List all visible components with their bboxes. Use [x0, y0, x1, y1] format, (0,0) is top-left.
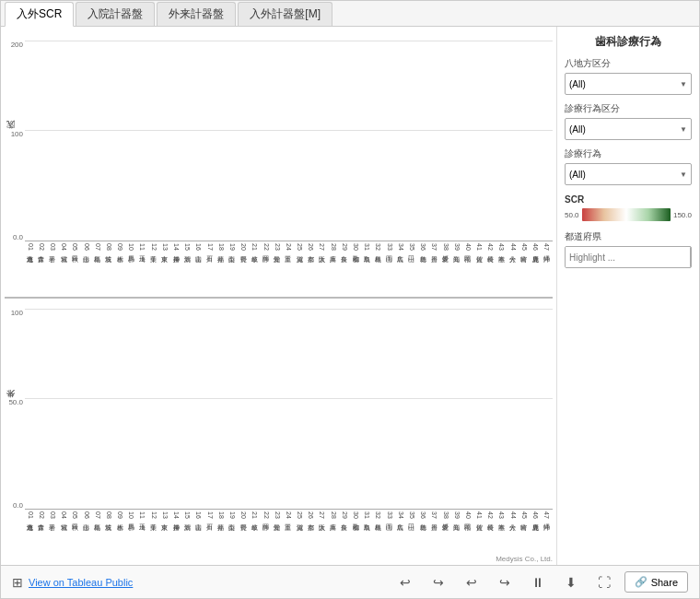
tab-tab1[interactable]: 入外SCR: [5, 2, 74, 27]
share-button[interactable]: 🔗 Share: [624, 571, 688, 593]
top-x-label-15: 16富山: [193, 243, 204, 297]
tab-tab4[interactable]: 入外計器盤[M]: [238, 2, 332, 26]
bottom-x-label-12: 13東京: [159, 511, 170, 565]
top-x-label-10: 11埼玉: [137, 243, 148, 297]
filter-select-2[interactable]: (All) ▼: [565, 118, 692, 140]
top-x-label-11: 12千葉: [148, 243, 159, 297]
bottom-chart-bars: [25, 300, 553, 510]
chart-area: 入院 200 100 0.0 01北海道02青森03岩手04宮城05秋田06山形…: [1, 27, 556, 565]
top-x-label-25: 26京都: [306, 243, 317, 297]
bottom-x-label-5: 06山形: [81, 511, 92, 565]
bottom-x-label-10: 11埼玉: [137, 511, 148, 565]
bottom-x-label-19: 20長野: [239, 511, 250, 565]
bottom-x-label-21: 22静岡: [261, 511, 272, 565]
top-x-label-21: 22静岡: [261, 243, 272, 297]
revert-button[interactable]: ↩: [459, 570, 484, 595]
top-chart-bars: [25, 32, 553, 241]
top-x-label-27: 28兵庫: [328, 243, 339, 297]
bottom-x-label-34: 35山口: [406, 511, 417, 565]
top-x-label-42: 43熊本: [496, 243, 508, 297]
bottom-x-label-39: 40福岡: [462, 511, 473, 565]
top-x-label-5: 06山形: [81, 243, 92, 297]
top-x-label-35: 36徳島: [418, 243, 429, 297]
forward-button[interactable]: ↪: [492, 570, 518, 595]
top-x-label-29: 30和歌山: [350, 243, 361, 297]
top-x-label-46: 47沖縄: [542, 243, 553, 297]
top-x-label-40: 41佐賀: [474, 243, 485, 297]
bottom-x-label-13: 14神奈川: [170, 511, 181, 565]
footer-left: ⊞ View on Tableau Public: [12, 575, 133, 590]
search-section: 都道府県 🔍: [565, 230, 692, 268]
top-x-label-4: 05秋田: [70, 243, 81, 297]
bottom-chart-x-labels: 01北海道02青森03岩手04宮城05秋田06山形07福島08茨城09栃木10群…: [25, 511, 553, 565]
bottom-x-label-3: 04宮城: [59, 511, 70, 565]
bottom-x-label-9: 10群馬: [126, 511, 137, 565]
attribution: Medysis Co., Ltd.: [496, 555, 553, 563]
tab-tab3[interactable]: 外来計器盤: [157, 2, 236, 26]
top-x-label-45: 46鹿児島: [530, 243, 541, 297]
bottom-x-label-25: 26京都: [306, 511, 317, 565]
bottom-x-label-33: 34広島: [395, 511, 406, 565]
dropdown-arrow-3: ▼: [680, 170, 687, 179]
bottom-x-label-28: 29奈良: [339, 511, 350, 565]
bottom-x-label-22: 23愛知: [272, 511, 283, 565]
bottom-x-label-18: 19山梨: [227, 511, 238, 565]
dropdown-arrow-2: ▼: [680, 125, 687, 134]
share-label: Share: [651, 577, 678, 588]
filter-select-3[interactable]: (All) ▼: [565, 163, 692, 185]
fullscreen-button[interactable]: ⛶: [591, 570, 617, 595]
pause-button[interactable]: ⏸: [525, 570, 551, 595]
bottom-x-label-38: 39高知: [451, 511, 462, 565]
bottom-x-label-29: 30和歌山: [350, 511, 361, 565]
top-x-label-26: 27大阪: [317, 243, 328, 297]
search-label: 都道府県: [565, 230, 692, 243]
bottom-x-label-23: 24三重: [283, 511, 294, 565]
bottom-x-label-20: 21岐阜: [250, 511, 261, 565]
top-x-label-37: 38愛媛: [440, 243, 451, 297]
top-x-label-6: 07福島: [92, 243, 103, 297]
bottom-x-label-17: 18福井: [216, 511, 227, 565]
bottom-x-label-32: 33岡山: [384, 511, 395, 565]
top-x-label-24: 25滋賀: [295, 243, 306, 297]
top-x-label-30: 31鳥取: [362, 243, 373, 297]
top-x-label-12: 13東京: [159, 243, 170, 297]
top-x-label-34: 35山口: [406, 243, 417, 297]
filter-label-1: 八地方区分: [565, 57, 692, 70]
bottom-x-label-40: 41佐賀: [474, 511, 485, 565]
search-input-container: 🔍: [565, 246, 692, 268]
bottom-x-label-37: 38愛媛: [440, 511, 451, 565]
top-x-label-8: 09栃木: [115, 243, 126, 297]
bottom-x-label-35: 36徳島: [418, 511, 429, 565]
top-x-label-7: 08茨城: [103, 243, 114, 297]
download-button[interactable]: ⬇: [558, 570, 584, 595]
undo-button[interactable]: ↩: [392, 570, 418, 595]
content-area: 入院 200 100 0.0 01北海道02青森03岩手04宮城05秋田06山形…: [1, 27, 699, 565]
top-x-label-0: 01北海道: [25, 243, 36, 297]
filter-select-1[interactable]: (All) ▼: [565, 73, 692, 95]
dropdown-arrow-1: ▼: [680, 80, 687, 88]
search-input[interactable]: [566, 247, 690, 267]
bottom-x-label-30: 31鳥取: [362, 511, 373, 565]
footer: ⊞ View on Tableau Public ↩ ↪ ↩ ↪ ⏸ ⬇ ⛶ 🔗…: [1, 565, 699, 598]
bottom-x-label-8: 09栃木: [115, 511, 126, 565]
top-x-label-20: 21岐阜: [250, 243, 261, 297]
top-x-label-9: 10群馬: [126, 243, 137, 297]
top-x-label-3: 04宮城: [59, 243, 70, 297]
top-x-label-36: 37香川: [429, 243, 440, 297]
tableau-label[interactable]: View on Tableau Public: [29, 577, 133, 588]
top-x-label-18: 19山梨: [227, 243, 238, 297]
scr-max: 150.0: [673, 211, 692, 219]
tab-tab2[interactable]: 入院計器盤: [76, 2, 155, 26]
top-x-label-28: 29奈良: [339, 243, 350, 297]
bottom-x-label-16: 17石川: [204, 511, 216, 565]
bottom-x-label-36: 37香川: [429, 511, 440, 565]
search-button[interactable]: 🔍: [690, 247, 692, 267]
bottom-x-label-6: 07福島: [92, 511, 103, 565]
bottom-x-label-31: 32島根: [373, 511, 384, 565]
top-x-label-14: 15新潟: [182, 243, 193, 297]
top-x-label-19: 20長野: [239, 243, 250, 297]
bottom-x-label-7: 08茨城: [103, 511, 114, 565]
main-container: 入外SCR入院計器盤外来計器盤入外計器盤[M] 入院 200 100 0.0: [0, 0, 700, 599]
bottom-x-label-11: 12千葉: [148, 511, 159, 565]
redo-button[interactable]: ↪: [426, 570, 451, 595]
